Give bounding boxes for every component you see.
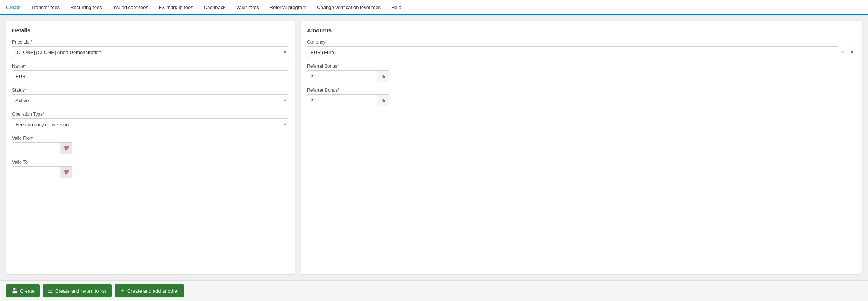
- create-button[interactable]: 💾 Create: [6, 284, 40, 297]
- nav-item-recurring-fees[interactable]: Recurring fees: [65, 0, 107, 15]
- currency-wrapper: × ▾: [307, 46, 856, 58]
- nav-item-transfer-fees[interactable]: Transfer fees: [26, 0, 65, 15]
- referrer-bonus-unit: %: [377, 94, 389, 106]
- valid-to-calendar-icon[interactable]: 📅: [60, 166, 72, 178]
- referrer-bonus-input[interactable]: [307, 94, 377, 106]
- details-panel: Details Price List* [CLONE] [CLONE] Anna…: [6, 21, 295, 274]
- valid-to-group: Valid To 📅: [12, 160, 289, 178]
- create-return-label: Create and return to list: [55, 288, 106, 294]
- referral-bonus-input[interactable]: [307, 70, 377, 82]
- nav-item-help[interactable]: Help: [386, 0, 407, 15]
- nav-item-issued-card-fees[interactable]: Issued card fees: [107, 0, 154, 15]
- status-select[interactable]: Active: [12, 94, 289, 106]
- operation-type-group: Operation Type* Fee currency conversion: [12, 112, 289, 130]
- currency-clear-button[interactable]: ×: [838, 46, 847, 58]
- referral-bonus-wrapper: %: [307, 70, 352, 82]
- top-nav: Create Transfer fees Recurring fees Issu…: [0, 0, 868, 15]
- referral-bonus-unit: %: [377, 70, 389, 82]
- status-select-wrapper: Active: [12, 94, 289, 106]
- valid-from-label: Valid From: [12, 136, 289, 141]
- create-save-icon: 💾: [11, 288, 18, 294]
- referrer-bonus-wrapper: %: [307, 94, 352, 106]
- referral-bonus-group: Referral Bonus* %: [307, 64, 856, 82]
- currency-group: Currency × ▾: [307, 39, 856, 58]
- operation-type-select-wrapper: Fee currency conversion: [12, 118, 289, 130]
- nav-item-fx-markup-fees[interactable]: FX markup fees: [154, 0, 199, 15]
- referrer-bonus-label: Referrer Bonus*: [307, 88, 856, 93]
- create-return-button[interactable]: ☰ Create and return to list: [43, 284, 112, 297]
- nav-item-cashback[interactable]: Cashback: [199, 0, 231, 15]
- status-label: Status*: [12, 88, 289, 93]
- bottom-bar: 💾 Create ☰ Create and return to list ＋ C…: [0, 280, 868, 301]
- nav-item-vault-rates[interactable]: Vault rates: [231, 0, 264, 15]
- main-content: Details Price List* [CLONE] [CLONE] Anna…: [0, 15, 868, 280]
- create-add-label: Create and add another: [127, 288, 179, 294]
- valid-from-wrapper: 📅: [12, 142, 72, 154]
- operation-type-select[interactable]: Fee currency conversion: [12, 118, 289, 130]
- nav-item-referral-program[interactable]: Referral program: [264, 0, 312, 15]
- amounts-title: Amounts: [307, 27, 856, 33]
- valid-from-group: Valid From 📅: [12, 136, 289, 154]
- nav-item-change-verification[interactable]: Change verification level fees: [312, 0, 386, 15]
- operation-type-label: Operation Type*: [12, 112, 289, 117]
- referrer-bonus-group: Referrer Bonus* %: [307, 88, 856, 106]
- details-title: Details: [12, 27, 289, 33]
- status-group: Status* Active: [12, 88, 289, 106]
- create-add-plus-icon: ＋: [120, 287, 125, 294]
- nav-item-create[interactable]: Create: [5, 0, 26, 15]
- create-return-list-icon: ☰: [48, 288, 53, 294]
- currency-controls: × ▾: [838, 46, 856, 58]
- currency-input[interactable]: [307, 46, 856, 58]
- price-list-group: Price List* [CLONE] [CLONE] Anna Demonst…: [12, 39, 289, 58]
- create-add-another-button[interactable]: ＋ Create and add another: [115, 284, 184, 297]
- price-list-select[interactable]: [CLONE] [CLONE] Anna Demonstration: [12, 46, 289, 58]
- create-label: Create: [20, 288, 35, 294]
- referral-bonus-label: Referral Bonus*: [307, 64, 856, 69]
- valid-from-calendar-icon[interactable]: 📅: [60, 142, 72, 154]
- currency-label: Currency: [307, 39, 856, 45]
- valid-to-wrapper: 📅: [12, 166, 72, 178]
- currency-dropdown-button[interactable]: ▾: [847, 46, 856, 58]
- name-group: Name*: [12, 64, 289, 82]
- amounts-panel: Amounts Currency × ▾ Referral Bonus* % R…: [301, 21, 862, 274]
- name-input[interactable]: [12, 70, 289, 82]
- price-list-select-wrapper: [CLONE] [CLONE] Anna Demonstration: [12, 46, 289, 58]
- price-list-label: Price List*: [12, 39, 289, 45]
- name-label: Name*: [12, 64, 289, 69]
- valid-to-label: Valid To: [12, 160, 289, 165]
